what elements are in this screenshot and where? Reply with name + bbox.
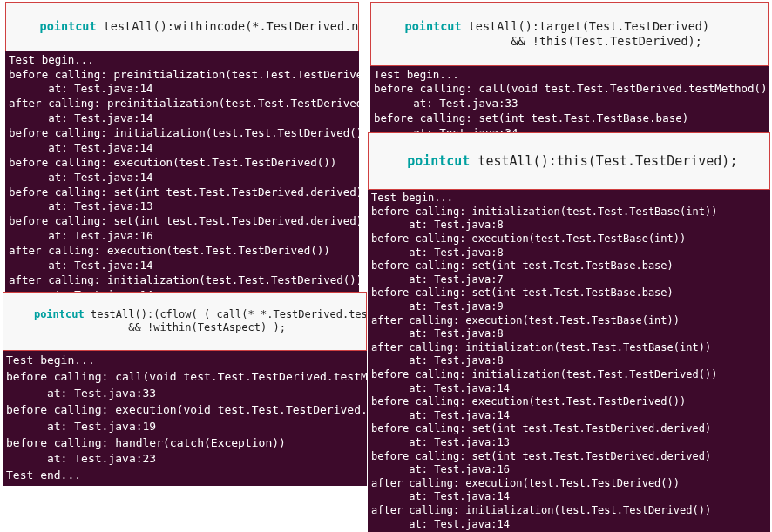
terminal-line: at: Test.java:14	[9, 171, 356, 185]
panel-bottom-right: pointcut testAll():this(Test.TestDerived…	[368, 132, 770, 532]
terminal-line: at: Test.java:8	[371, 354, 767, 368]
terminal-line: after calling: execution(test.Test.TestD…	[371, 477, 767, 491]
terminal-line: Test begin...	[374, 68, 765, 83]
terminal-line: before calling: set(int test.Test.TestBa…	[371, 259, 767, 273]
header-line-1: pointcut testAll():target(Test.TestDeriv…	[405, 19, 710, 33]
terminal-line: at: Test.java:14	[9, 82, 356, 97]
terminal-line: at: Test.java:33	[374, 97, 765, 111]
terminal-line: Test begin...	[9, 53, 356, 68]
terminal-line: at: Test.java:9	[371, 300, 767, 314]
terminal-line: before calling: initialization(test.Test…	[371, 205, 767, 219]
header-line-1: pointcut testAll():(cflow( ( call(* *.Te…	[34, 308, 367, 320]
terminal-line: after calling: initialization(test.Test.…	[371, 504, 767, 518]
terminal-top-left: Test begin...before calling: preinitiali…	[5, 51, 359, 320]
header-top-left: pointcut testAll():withincode(*.TestDeri…	[5, 2, 359, 51]
terminal-line: before calling: set(int test.Test.TestDe…	[371, 450, 767, 464]
terminal-line: before calling: execution(test.Test.Test…	[371, 395, 767, 409]
terminal-line: before calling: initialization(test.Test…	[371, 368, 767, 382]
terminal-line: at: Test.java:8	[371, 246, 767, 260]
terminal-line: after calling: initialization(test.Test.…	[9, 273, 356, 288]
terminal-line: at: Test.java:19	[6, 419, 363, 435]
terminal-line: before calling: set(int test.Test.TestDe…	[9, 214, 356, 229]
terminal-line: before calling: initialization(test.Test…	[9, 126, 356, 141]
terminal-line: before calling: set(int test.Test.TestDe…	[9, 185, 356, 200]
terminal-line: at: Test.java:14	[371, 409, 767, 423]
terminal-line: after calling: execution(test.Test.TestB…	[371, 314, 767, 328]
terminal-line: at: Test.java:33	[6, 386, 363, 402]
terminal-line: before calling: call(void test.Test.Test…	[6, 369, 363, 386]
terminal-line: at: Test.java:14	[9, 141, 356, 156]
terminal-line: at: Test.java:16	[9, 229, 356, 244]
terminal-line: after calling: initialization(test.Test.…	[371, 341, 767, 355]
terminal-line: after calling: execution(test.Test.TestD…	[9, 244, 356, 259]
terminal-line: after calling: preinitialization(test.Te…	[9, 97, 356, 111]
terminal-line: before calling: preinitialization(test.T…	[9, 68, 356, 83]
terminal-line: Test end...	[6, 468, 363, 484]
terminal-line: before calling: set(int test.Test.TestBa…	[374, 111, 765, 126]
header-bottom-left: pointcut testAll():(cflow( ( call(* *.Te…	[3, 292, 367, 351]
terminal-line: at: Test.java:14	[371, 518, 767, 532]
terminal-bottom-left: Test begin...before calling: call(void t…	[3, 351, 367, 486]
terminal-line: at: Test.java:23	[6, 451, 363, 468]
terminal-line: at: Test.java:14	[9, 259, 356, 273]
header-text: pointcut testAll():withincode(*.TestDeri…	[40, 19, 359, 33]
header-line-2: && !within(TestAspect) );	[9, 321, 286, 333]
header-top-right: pointcut testAll():target(Test.TestDeriv…	[370, 2, 769, 66]
terminal-line: at: Test.java:7	[371, 273, 767, 287]
header-text: pointcut testAll():this(Test.TestDerived…	[407, 153, 737, 169]
terminal-line: at: Test.java:8	[371, 327, 767, 341]
terminal-line: at: Test.java:13	[371, 436, 767, 450]
terminal-line: at: Test.java:14	[371, 490, 767, 504]
terminal-line: at: Test.java:8	[371, 219, 767, 232]
header-line-2: && !this(Test.TestDerived);	[376, 34, 702, 48]
terminal-bottom-right: Test begin...before calling: initializat…	[368, 190, 770, 532]
terminal-line: at: Test.java:14	[9, 111, 356, 126]
terminal-line: before calling: handler(catch(Exception)…	[6, 435, 363, 452]
terminal-line: before calling: set(int test.Test.TestBa…	[371, 286, 767, 300]
panel-top-left: pointcut testAll():withincode(*.TestDeri…	[5, 2, 359, 319]
terminal-line: before calling: execution(test.Test.Test…	[9, 156, 356, 171]
terminal-line: Test begin...	[6, 353, 363, 369]
header-bottom-right: pointcut testAll():this(Test.TestDerived…	[368, 132, 770, 190]
terminal-line: before calling: execution(test.Test.Test…	[371, 232, 767, 246]
terminal-line: before calling: execution(void test.Test…	[6, 402, 363, 419]
terminal-line: at: Test.java:13	[9, 199, 356, 214]
terminal-line: before calling: set(int test.Test.TestDe…	[371, 422, 767, 436]
terminal-line: at: Test.java:14	[371, 382, 767, 396]
terminal-line: before calling: call(void test.Test.Test…	[374, 82, 765, 97]
panel-bottom-left: pointcut testAll():(cflow( ( call(* *.Te…	[3, 292, 367, 486]
terminal-line: Test begin...	[371, 192, 767, 205]
terminal-line: at: Test.java:16	[371, 463, 767, 477]
